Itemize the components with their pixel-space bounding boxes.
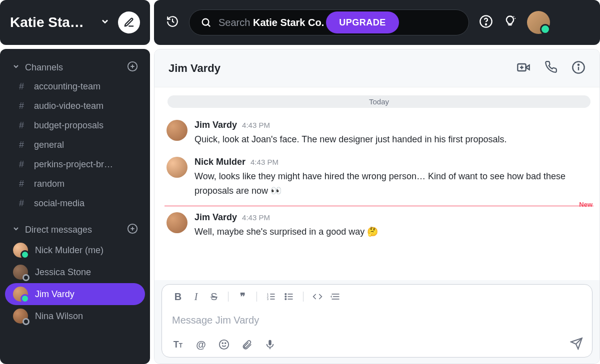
text-format-toggle-icon[interactable]: TT xyxy=(171,340,185,350)
dm-name: Jessica Stone xyxy=(35,267,91,278)
dms-section-header[interactable]: Direct messages xyxy=(5,220,145,239)
channel-name: accounting-team xyxy=(34,81,100,92)
avatar xyxy=(13,309,28,324)
format-toolbar: B I S ❞ 123 xyxy=(162,285,592,309)
history-icon[interactable] xyxy=(166,15,179,30)
message-time: 4:43 PM xyxy=(242,121,270,129)
mention-icon[interactable]: @ xyxy=(194,339,208,351)
chevron-down-icon xyxy=(12,62,20,72)
hash-icon: # xyxy=(17,179,26,189)
sidebar-channel[interactable]: #accounting-team xyxy=(5,77,145,96)
avatar xyxy=(166,157,188,178)
info-icon[interactable] xyxy=(572,60,586,76)
day-divider: Today xyxy=(168,95,590,108)
svg-point-3 xyxy=(486,24,486,25)
upgrade-button[interactable]: UPGRADE xyxy=(326,11,399,33)
microphone-icon[interactable] xyxy=(263,339,277,350)
help-icon[interactable] xyxy=(479,14,493,30)
hash-icon: # xyxy=(17,140,26,150)
message-text: Wow, looks like they might have hired th… xyxy=(194,169,590,198)
search-input[interactable]: Search Katie Stark Co. UPGRADE xyxy=(189,9,469,35)
message-text: Well, maybe she's surprised in a good wa… xyxy=(194,225,590,239)
channels-label: Channels xyxy=(25,62,127,73)
sidebar-dm[interactable]: Nick Mulder (me) xyxy=(5,239,145,261)
message-scroll[interactable]: Today Jim Vardy4:43 PMQuick, look at Joa… xyxy=(154,87,600,280)
phone-call-icon[interactable] xyxy=(544,60,558,76)
workspace-name: Katie Sta… xyxy=(10,14,92,30)
add-dm-icon[interactable] xyxy=(127,223,138,236)
sidebar-dm[interactable]: Jim Vardy xyxy=(5,283,145,305)
sidebar-channel[interactable]: #audio-video-team xyxy=(5,96,145,116)
conversation-header: Jim Vardy xyxy=(154,49,600,87)
hash-icon: # xyxy=(17,101,26,111)
svg-line-1 xyxy=(208,24,210,26)
workspace-switcher[interactable]: Katie Sta… xyxy=(0,0,150,45)
channels-section-header[interactable]: Channels xyxy=(5,58,145,77)
sidebar-channel[interactable]: #social-media xyxy=(5,194,145,213)
svg-point-28 xyxy=(285,299,286,300)
hash-icon: # xyxy=(17,120,26,131)
hash-icon: # xyxy=(17,159,26,170)
italic-button[interactable]: I xyxy=(189,291,203,303)
svg-point-16 xyxy=(578,64,579,65)
chevron-down-icon xyxy=(12,225,20,235)
composer-bottom-toolbar: TT @ xyxy=(162,332,592,357)
edit-button[interactable] xyxy=(118,11,140,33)
dms-label: Direct messages xyxy=(25,225,127,235)
conversation-actions xyxy=(516,60,586,76)
message-author: Jim Vardy xyxy=(194,120,237,130)
sidebar-dm[interactable]: Nina Wilson xyxy=(5,305,145,327)
message: Jim Vardy4:43 PMQuick, look at Joan's fa… xyxy=(164,117,594,154)
dm-name: Nick Mulder (me) xyxy=(35,245,104,256)
conversation-title: Jim Vardy xyxy=(168,62,220,75)
message-time: 4:43 PM xyxy=(250,158,278,166)
channel-name: perkins-project-br… xyxy=(34,159,113,170)
svg-point-34 xyxy=(225,343,226,344)
channel-name: random xyxy=(34,179,64,189)
svg-point-0 xyxy=(202,19,209,25)
video-call-icon[interactable] xyxy=(516,60,530,76)
header-bar: Search Katie Stark Co. UPGRADE xyxy=(154,0,600,45)
bold-button[interactable]: B xyxy=(171,291,185,303)
channel-name: audio-video-team xyxy=(34,101,104,111)
user-avatar[interactable] xyxy=(527,11,550,34)
send-button[interactable] xyxy=(570,337,583,352)
strike-button[interactable]: S xyxy=(207,291,221,303)
message-composer: B I S ❞ 123 TT @ xyxy=(162,284,592,358)
hash-icon: # xyxy=(17,198,26,209)
sidebar-channel[interactable]: #general xyxy=(5,135,145,155)
emoji-icon[interactable] xyxy=(217,339,231,350)
attachment-icon[interactable] xyxy=(240,339,254,350)
sidebar-channel[interactable]: #perkins-project-br… xyxy=(5,155,145,174)
sidebar-dm[interactable]: Jessica Stone xyxy=(5,261,145,283)
svg-point-33 xyxy=(222,343,223,344)
new-messages-divider: New xyxy=(164,206,594,206)
dm-name: Nina Wilson xyxy=(35,311,83,322)
message: Jim Vardy4:43 PMWell, maybe she's surpri… xyxy=(164,209,594,246)
sidebar-channel[interactable]: #random xyxy=(5,174,145,194)
lightbulb-icon[interactable] xyxy=(503,14,517,30)
quote-button[interactable]: ❞ xyxy=(236,291,250,303)
channel-name: budget-proposals xyxy=(34,120,104,131)
conversation-panel: Jim Vardy Today Jim Vardy4:43 PMQuick, l… xyxy=(154,49,600,364)
search-placeholder: Search Katie Stark Co. xyxy=(218,17,324,28)
ordered-list-button[interactable]: 123 xyxy=(264,292,278,302)
svg-text:3: 3 xyxy=(267,298,268,301)
message-text: Quick, look at Joan's face. The new desi… xyxy=(194,132,590,147)
add-channel-icon[interactable] xyxy=(127,61,138,74)
avatar xyxy=(166,212,188,233)
chevron-down-icon xyxy=(100,16,110,28)
code-block-button[interactable] xyxy=(328,292,342,302)
code-button[interactable] xyxy=(310,292,324,302)
message-author: Jim Vardy xyxy=(194,212,237,223)
svg-point-26 xyxy=(285,294,286,295)
message-input[interactable] xyxy=(172,311,582,330)
svg-point-32 xyxy=(220,340,228,349)
avatar xyxy=(13,265,28,280)
sidebar-channel[interactable]: #budget-proposals xyxy=(5,116,145,135)
message-author: Nick Mulder xyxy=(194,157,246,167)
avatar xyxy=(13,243,28,258)
unordered-list-button[interactable] xyxy=(282,292,296,302)
avatar xyxy=(13,287,28,302)
channel-name: general xyxy=(34,140,64,150)
